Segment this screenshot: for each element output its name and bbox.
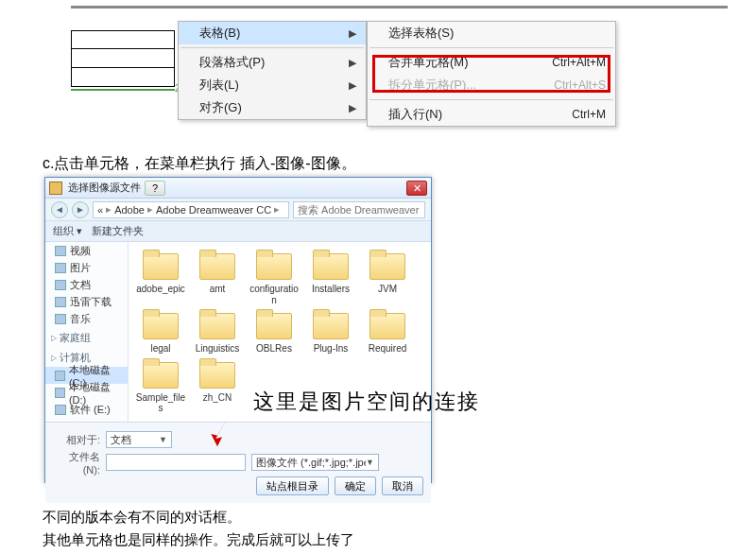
rule xyxy=(71,6,728,9)
folder-item[interactable]: amt xyxy=(191,250,244,305)
search-input[interactable] xyxy=(293,201,425,218)
folder-icon xyxy=(198,358,237,390)
nav-back-button[interactable]: ◄ xyxy=(51,201,68,218)
folder-item[interactable]: legal xyxy=(134,309,187,355)
folder-name: JVM xyxy=(378,284,397,295)
breadcrumb-seg[interactable]: Adobe xyxy=(114,204,145,216)
nav-forward-button[interactable]: ► xyxy=(72,201,89,218)
folder-icon xyxy=(368,250,407,282)
menu-item-label: 选择表格(S) xyxy=(388,25,454,42)
menu-item-label: 拆分单元格(P)... xyxy=(388,77,476,94)
menu-item-shortcut: Ctrl+Alt+S xyxy=(554,78,606,92)
organize-dropdown[interactable]: 组织 ▾ xyxy=(53,224,82,238)
step-c-text: c.点击单元格，在菜单栏执行 插入-图像-图像。 xyxy=(43,154,356,174)
folder-icon xyxy=(141,358,180,390)
folder-item[interactable]: OBLRes xyxy=(248,309,301,355)
dialog-footer: 相对于: 文档▼ 文件名(N): 图像文件 (*.gif;*.jpg;*.jpe… xyxy=(45,422,431,503)
breadcrumb[interactable]: «▸ Adobe▸ Adobe Dreamweaver CC▸ xyxy=(93,201,289,218)
sidebar-item-pictures[interactable]: 图片 xyxy=(45,259,128,276)
filetype-dropdown[interactable]: 图像文件 (*.gif;*.jpg;*.jpeg;*.p▼ xyxy=(251,454,379,471)
menu-item-select-table[interactable]: 选择表格(S) xyxy=(368,22,615,44)
menu-item-merge-cells[interactable]: 合并单元格(M) Ctrl+Alt+M xyxy=(368,51,615,74)
menu-item-shortcut: Ctrl+M xyxy=(572,108,606,121)
folder-name: legal xyxy=(150,343,170,355)
menu-separator xyxy=(369,47,613,48)
folder-item[interactable]: Required xyxy=(361,309,414,355)
ok-button[interactable]: 确定 xyxy=(335,476,376,495)
folder-name: Sample_files xyxy=(134,392,187,414)
folder-name: Plug-Ins xyxy=(314,343,349,355)
menu-item-label: 插入行(N) xyxy=(388,106,442,123)
submenu-arrow-icon: ▶ xyxy=(349,102,356,114)
relative-dropdown[interactable]: 文档▼ xyxy=(106,431,172,448)
submenu-arrow-icon: ▶ xyxy=(349,27,356,40)
folder-item[interactable]: Plug-Ins xyxy=(304,309,357,355)
filename-label: 文件名(N): xyxy=(53,450,100,476)
sidebar-item-music[interactable]: 音乐 xyxy=(45,310,128,327)
sidebar-item-label: 图片 xyxy=(70,261,91,275)
sidebar-item-drive-f[interactable]: 文档 (F:) xyxy=(45,418,128,422)
folder-icon xyxy=(141,250,180,282)
breadcrumb-seg[interactable]: « xyxy=(97,204,103,216)
sidebar-item-label: 文档 (F:) xyxy=(70,420,110,423)
folder-item[interactable]: zh_CN xyxy=(191,358,244,414)
sidebar-group-homegroup[interactable]: 家庭组 xyxy=(45,327,128,347)
folder-icon xyxy=(311,309,351,341)
menu-item-paragraph[interactable]: 段落格式(P)▶ xyxy=(179,51,366,74)
note-text-1: 不同的版本会有不同的对话框。 xyxy=(43,509,241,527)
folder-name: adobe_epic xyxy=(136,284,185,295)
site-root-button[interactable]: 站点根目录 xyxy=(256,476,329,495)
close-button[interactable]: ✕ xyxy=(406,181,427,196)
drive-icon xyxy=(55,388,65,398)
sidebar-item-label: 软件 (E:) xyxy=(70,403,111,417)
sidebar-item-videos[interactable]: 视频 xyxy=(45,242,128,259)
new-folder-button[interactable]: 新建文件夹 xyxy=(92,224,144,238)
cancel-button[interactable]: 取消 xyxy=(382,476,423,495)
note-text-2: 其他单元格也是同样的操作。完成后就可以上传了 xyxy=(43,531,354,549)
sidebar-item-label: 本地磁盘 (D:) xyxy=(69,380,124,406)
sidebar-item-thunder[interactable]: 迅雷下载 xyxy=(45,293,128,310)
dialog-titlebar[interactable]: 选择图像源文件 ? ✕ xyxy=(45,178,431,199)
sidebar-item-label: 视频 xyxy=(70,244,91,258)
folder-item[interactable]: JVM xyxy=(361,250,414,305)
relative-label: 相对于: xyxy=(53,433,100,447)
chevron-down-icon: ▼ xyxy=(159,435,167,444)
folder-name: zh_CN xyxy=(203,392,232,404)
folder-icon xyxy=(368,309,407,341)
menu-item-label: 对齐(G) xyxy=(199,99,242,116)
context-menu-level2: 选择表格(S) 合并单元格(M) Ctrl+Alt+M 拆分单元格(P)... … xyxy=(367,21,616,127)
menu-item-insert-row[interactable]: 插入行(N) Ctrl+M xyxy=(368,103,615,126)
folder-item[interactable]: configuration xyxy=(248,250,301,305)
sidebar-item-drive-d[interactable]: 本地磁盘 (D:) xyxy=(45,384,128,401)
sidebar-item-label: 迅雷下载 xyxy=(70,295,112,309)
app-icon xyxy=(49,182,62,195)
filename-input[interactable] xyxy=(106,454,246,471)
guide-line xyxy=(71,89,175,91)
folder-item[interactable]: Linguistics xyxy=(191,309,244,355)
drive-icon xyxy=(55,371,65,381)
drive-icon xyxy=(55,405,66,415)
breadcrumb-seg[interactable]: Adobe Dreamweaver CC xyxy=(156,204,271,216)
table-placeholder xyxy=(71,30,175,87)
folder-icon xyxy=(198,309,237,341)
menu-item-table[interactable]: 表格(B)▶ xyxy=(179,22,366,44)
folder-name: configuration xyxy=(248,284,301,305)
sidebar-item-label: 音乐 xyxy=(70,312,91,326)
folder-item[interactable]: adobe_epic xyxy=(134,250,187,305)
folder-item[interactable]: Installers xyxy=(304,250,357,305)
menu-separator xyxy=(180,47,364,48)
folder-icon xyxy=(254,309,294,341)
menu-item-label: 列表(L) xyxy=(199,77,239,94)
path-bar: ◄ ► «▸ Adobe▸ Adobe Dreamweaver CC▸ xyxy=(45,199,431,221)
menu-item-list[interactable]: 列表(L)▶ xyxy=(179,74,366,96)
sidebar-item-documents[interactable]: 文档 xyxy=(45,276,128,293)
help-button[interactable]: ? xyxy=(145,181,165,196)
folder-name: amt xyxy=(210,284,226,295)
folder-item[interactable]: Sample_files xyxy=(134,358,187,414)
annotation-text: 这里是图片空间的连接 xyxy=(253,388,480,416)
dialog-title: 选择图像源文件 xyxy=(68,181,141,195)
folder-name: OBLRes xyxy=(256,343,292,355)
drive-icon xyxy=(55,422,66,423)
menu-item-align[interactable]: 对齐(G)▶ xyxy=(179,96,366,119)
dialog-toolbar: 组织 ▾ 新建文件夹 xyxy=(45,221,431,242)
